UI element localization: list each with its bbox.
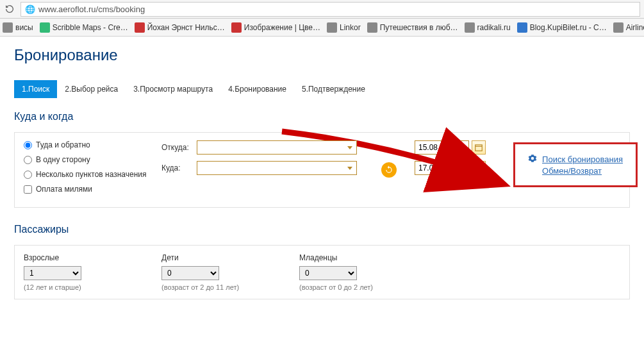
page-title: Бронирование	[14, 46, 630, 64]
passengers-panel: Взрослые 1 (12 лет и старше) Дети 0 (воз…	[14, 245, 630, 299]
step-3[interactable]: 3.Просмотр маршрута	[126, 80, 220, 98]
pax-infants: Младенцы 0 (возраст от 0 до 2 лет)	[299, 253, 415, 291]
reload-icon[interactable]	[4, 3, 15, 15]
favicon	[3, 22, 13, 33]
bookmark-item[interactable]: висы	[3, 22, 33, 33]
bookmark-item[interactable]: Йохан Эрнст Нильс…	[135, 22, 225, 33]
bookmark-item[interactable]: Linkor	[327, 22, 361, 33]
swap-icon[interactable]	[381, 162, 397, 178]
gear-icon	[528, 154, 537, 165]
from-dropdown[interactable]	[197, 140, 357, 155]
favicon	[517, 22, 527, 33]
infants-select[interactable]: 0	[299, 266, 357, 280]
svg-rect-2	[475, 165, 483, 171]
section-pax-title: Пассажиры	[14, 224, 630, 235]
pax-children: Дети 0 (возраст от 2 до 11 лет)	[161, 253, 277, 291]
radio-multi-input[interactable]	[24, 171, 32, 179]
pax-adults: Взрослые 1 (12 лет и старше)	[24, 253, 139, 291]
return-date-input[interactable]	[415, 161, 469, 175]
favicon	[327, 22, 337, 33]
dates-block	[415, 140, 486, 199]
route-block: Откуда: Куда:	[161, 140, 357, 199]
callout-box: Поиск бронирования Обмен/Возврат	[513, 142, 638, 187]
radio-oneway[interactable]: В одну сторону	[24, 155, 149, 164]
step-2[interactable]: 2.Выбор рейса	[57, 80, 126, 98]
radio-roundtrip[interactable]: Туда и обратно	[24, 140, 149, 149]
svg-rect-0	[475, 145, 483, 151]
step-5[interactable]: 5.Подтверждение	[294, 80, 373, 98]
from-label: Откуда:	[161, 143, 197, 152]
bookmark-item[interactable]: Airline	[613, 22, 644, 33]
favicon	[135, 22, 145, 33]
booking-steps: 1.Поиск2.Выбор рейса3.Просмотр маршрута4…	[14, 80, 630, 98]
to-label: Куда:	[161, 163, 197, 172]
globe-icon: 🌐	[25, 4, 35, 14]
radio-oneway-input[interactable]	[24, 156, 32, 164]
bookmarks-bar: висыScribble Maps - Cre…Йохан Эрнст Ниль…	[0, 19, 644, 37]
step-4[interactable]: 4.Бронирование	[220, 80, 294, 98]
favicon	[465, 22, 475, 33]
favicon	[231, 22, 242, 33]
checkbox-miles-input[interactable]	[24, 185, 32, 194]
browser-toolbar: 🌐 www.aeroflot.ru/cms/booking	[0, 0, 644, 19]
step-1[interactable]: 1.Поиск	[14, 80, 57, 98]
bookmark-item[interactable]: Blog.KupiBilet.ru - С…	[517, 22, 607, 33]
adults-select[interactable]: 1	[24, 266, 81, 280]
favicon	[40, 22, 50, 33]
url-text: www.aeroflot.ru/cms/booking	[38, 4, 145, 14]
depart-date-input[interactable]	[415, 140, 469, 155]
section-where-title: Куда и когда	[14, 111, 630, 122]
calendar-icon[interactable]	[472, 161, 486, 175]
trip-type-options: Туда и обратно В одну сторону Несколько …	[24, 140, 149, 199]
children-select[interactable]: 0	[161, 266, 219, 280]
calendar-icon[interactable]	[472, 140, 486, 155]
favicon	[613, 22, 623, 33]
radio-roundtrip-input[interactable]	[24, 141, 32, 149]
bookmark-item[interactable]: radikali.ru	[465, 22, 511, 33]
url-bar[interactable]: 🌐 www.aeroflot.ru/cms/booking	[21, 2, 640, 17]
favicon	[367, 22, 377, 33]
search-booking-link[interactable]: Поиск бронирования	[542, 155, 623, 164]
exchange-return-link[interactable]: Обмен/Возврат	[542, 166, 602, 176]
radio-multi[interactable]: Несколько пунктов назначения	[24, 170, 149, 179]
bookmark-item[interactable]: Путешествия в люб…	[367, 22, 458, 33]
checkbox-miles[interactable]: Оплата милями	[24, 185, 149, 194]
bookmark-item[interactable]: Scribble Maps - Cre…	[40, 22, 128, 33]
bookmark-item[interactable]: Изображение | Цве…	[231, 22, 320, 33]
to-dropdown[interactable]	[197, 161, 357, 175]
